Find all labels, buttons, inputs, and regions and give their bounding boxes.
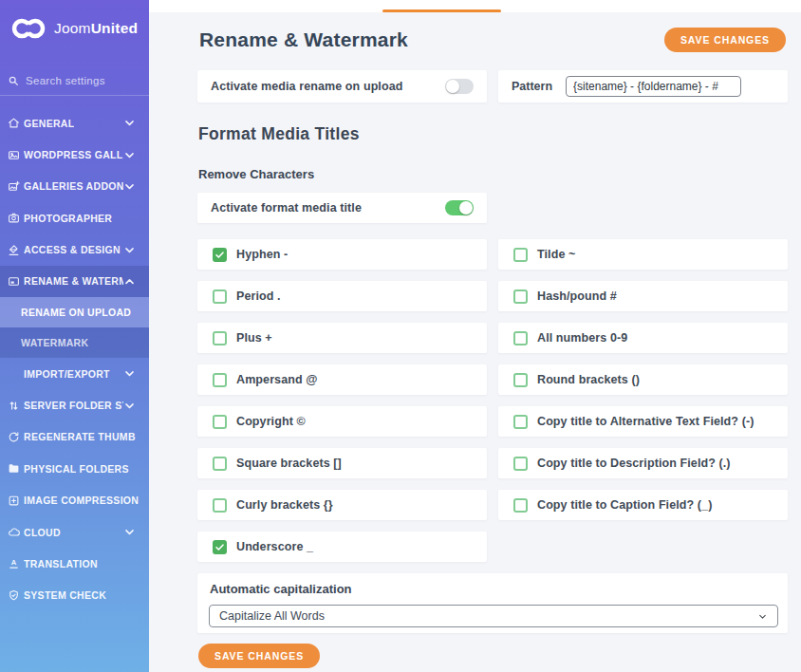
checkbox-row-all-numbers-0-9[interactable]: All numbers 0-9 <box>498 323 788 353</box>
checkbox-row-period[interactable]: Period . <box>197 281 487 311</box>
chevron-down-icon <box>123 367 136 380</box>
checkbox-square-brackets[interactable] <box>213 457 227 471</box>
checkbox-row-plus[interactable]: Plus + <box>197 323 487 353</box>
sidebar-item-label: PHOTOGRAPHER <box>24 213 112 224</box>
checkbox-label: Ampersand @ <box>236 373 318 386</box>
sidebar: JoomUnited Search settings GENERALWORDPR… <box>0 0 149 672</box>
sidebar-item-label: GENERAL <box>24 118 74 129</box>
save-changes-button-bottom[interactable]: SAVE CHANGES <box>198 644 320 668</box>
checkbox-row-copyright[interactable]: Copyright © <box>197 406 487 437</box>
chevron-up-icon <box>123 275 136 288</box>
checkbox-copy-title-to-alternative-text-field[interactable] <box>513 415 528 429</box>
checkbox-row-copy-title-to-caption-field[interactable]: Copy title to Caption Field? (_) <box>498 490 788 520</box>
checkbox-row-curly-brackets[interactable]: Curly brackets {} <box>197 490 487 520</box>
sidebar-item-wordpress-gallery[interactable]: WORDPRESS GALLERY <box>0 139 149 170</box>
checkbox-tilde[interactable] <box>513 248 528 262</box>
checkbox-row-ampersand[interactable]: Ampersand @ <box>197 364 487 395</box>
sidebar-item-server-folder-sync[interactable]: SERVER FOLDER SYNC <box>0 389 149 420</box>
checkbox-row-copy-title-to-alternative-text-field[interactable]: Copy title to Alternative Text Field? (-… <box>498 406 788 437</box>
sidebar-item-photographer[interactable]: PHOTOGRAPHER <box>0 202 149 233</box>
checkbox-row-square-brackets[interactable]: Square brackets [] <box>197 448 487 478</box>
search-input[interactable]: Search settings <box>0 66 149 96</box>
checkbox-hyphen[interactable] <box>213 248 227 262</box>
checkbox-label: Tilde ~ <box>537 248 575 261</box>
home-icon <box>8 117 20 129</box>
save-changes-button-top[interactable]: SAVE CHANGES <box>664 28 786 52</box>
checkbox-copy-title-to-caption-field[interactable] <box>513 498 528 513</box>
chevron-down-icon <box>123 149 136 161</box>
checkbox-label: Plus + <box>236 331 272 345</box>
checkbox-ampersand[interactable] <box>213 373 227 387</box>
sidebar-item-galleries-addon[interactable]: GALLERIES ADDON <box>0 171 149 202</box>
checkbox-copyright[interactable] <box>213 415 227 429</box>
checkbox-column-right: Tilde ~Hash/pound #All numbers 0-9Round … <box>498 239 788 532</box>
sidebar-item-regenerate-thumb[interactable]: REGENERATE THUMB <box>0 421 149 453</box>
checkbox-row-round-brackets[interactable]: Round brackets () <box>498 364 788 395</box>
sidebar-item-access-design[interactable]: ACCESS & DESIGN <box>0 234 149 266</box>
checkbox-plus[interactable] <box>213 331 227 345</box>
checkbox-curly-brackets[interactable] <box>213 498 227 513</box>
joomunited-logo: JoomUnited <box>10 15 138 42</box>
checkbox-label: Square brackets [] <box>236 457 342 470</box>
page-title: Rename & Watermark <box>199 28 408 51</box>
logo-text: JoomUnited <box>54 20 138 37</box>
activate-rename-toggle[interactable] <box>445 79 474 94</box>
sidebar-item-import-export[interactable]: IMPORT/EXPORT <box>0 358 149 389</box>
chevron-down-icon <box>123 117 136 129</box>
sidebar-item-translation[interactable]: ATRANSLATION <box>0 548 149 579</box>
checkbox-round-brackets[interactable] <box>513 373 528 387</box>
sidebar-item-rename-waterm[interactable]: RENAME & WATERM... <box>0 266 149 297</box>
pattern-input[interactable] <box>566 76 741 97</box>
checkbox-label: Curly brackets {} <box>236 498 333 512</box>
rename-icon <box>8 275 20 288</box>
checkbox-column-left: Hyphen -Period .Plus +Ampersand @Copyrig… <box>197 239 487 573</box>
gallery-icon <box>8 149 20 161</box>
chevron-down-icon <box>123 400 136 412</box>
sidebar-item-label: SERVER FOLDER SYNC <box>24 400 123 411</box>
sidebar-item-physical-folders[interactable]: PHYSICAL FOLDERS <box>0 453 149 484</box>
sidebar-item-label: SYSTEM CHECK <box>24 589 106 601</box>
sidebar-item-label: WORDPRESS GALLERY <box>24 149 123 160</box>
capitalization-panel: Automatic capitalization Capitalize All … <box>197 573 788 633</box>
checkbox-row-underscore[interactable]: Underscore _ <box>197 532 487 562</box>
sidebar-subitem-label: WATERMARK <box>21 337 88 348</box>
check-icon <box>214 250 225 260</box>
capitalization-label: Automatic capitalization <box>210 582 352 596</box>
sidebar-nav: GENERALWORDPRESS GALLERYGALLERIES ADDONP… <box>0 107 149 611</box>
sidebar-item-cloud[interactable]: CLOUD <box>0 516 149 548</box>
chevron-down-icon <box>123 180 136 193</box>
checkbox-copy-title-to-description-field[interactable] <box>513 457 528 471</box>
pattern-label: Pattern <box>512 80 552 93</box>
checkbox-period[interactable] <box>213 289 227 304</box>
checkbox-row-hash-pound[interactable]: Hash/pound # <box>498 281 788 311</box>
capitalization-select[interactable]: Capitalize All Words <box>209 605 778 627</box>
checkbox-row-hyphen[interactable]: Hyphen - <box>197 239 487 270</box>
cloud-icon <box>8 526 20 538</box>
sidebar-subitem-watermark[interactable]: WATERMARK <box>0 327 149 358</box>
sidebar-item-image-compression[interactable]: IMAGE COMPRESSION <box>0 485 149 516</box>
checkbox-label: Round brackets () <box>537 373 640 386</box>
activate-format-toggle[interactable] <box>445 200 474 215</box>
remove-characters-label: Remove Characters <box>198 167 314 181</box>
sidebar-item-general[interactable]: GENERAL <box>0 107 149 139</box>
checkbox-hash-pound[interactable] <box>513 289 528 304</box>
chevron-down-icon <box>123 244 136 256</box>
checkbox-row-tilde[interactable]: Tilde ~ <box>498 239 788 270</box>
main-content: Rename & Watermark SAVE CHANGES Activate… <box>149 12 801 672</box>
active-tab-indicator <box>382 9 501 12</box>
checkbox-underscore[interactable] <box>213 540 227 554</box>
compression-icon <box>8 495 20 507</box>
sidebar-item-label: CLOUD <box>24 527 61 538</box>
checkbox-row-copy-title-to-description-field[interactable]: Copy title to Description Field? (.) <box>498 448 788 478</box>
import-export-icon <box>8 367 20 380</box>
checkbox-all-numbers-0-9[interactable] <box>513 331 528 345</box>
chevron-down-icon <box>757 611 768 622</box>
checkbox-label: Hyphen - <box>236 248 288 261</box>
sidebar-subitem-rename-on-upload[interactable]: RENAME ON UPLOAD <box>0 297 149 327</box>
sidebar-item-system-check[interactable]: SYSTEM CHECK <box>0 580 149 611</box>
format-section-title: Format Media Titles <box>198 124 360 144</box>
sync-icon <box>8 400 20 412</box>
joomunited-logo-icon <box>10 15 50 42</box>
sidebar-item-label: IMAGE COMPRESSION <box>24 495 139 506</box>
regenerate-icon <box>8 431 20 443</box>
